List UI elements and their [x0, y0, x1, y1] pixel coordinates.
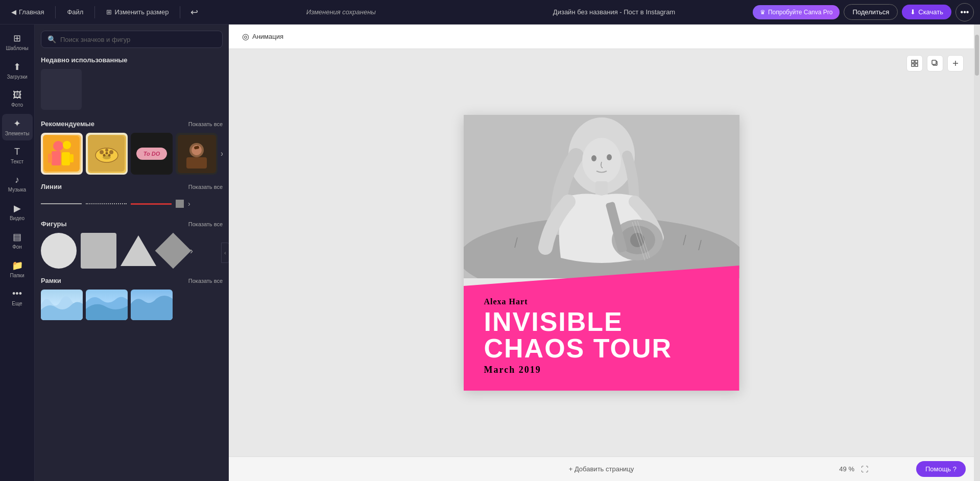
- svg-point-1: [53, 141, 63, 151]
- file-button[interactable]: Файл: [62, 5, 88, 19]
- svg-point-10: [100, 150, 104, 154]
- line-dotted[interactable]: [86, 203, 127, 204]
- more-options-button[interactable]: •••: [955, 3, 974, 21]
- recommended-item-todo[interactable]: To DO: [131, 133, 173, 175]
- svg-point-12: [105, 149, 108, 152]
- recommended-item-4[interactable]: [176, 133, 218, 175]
- svg-point-14: [103, 154, 106, 157]
- shape-square[interactable]: [81, 233, 116, 269]
- search-input[interactable]: [60, 36, 216, 43]
- sidebar-item-elements[interactable]: ✦ Элементы: [2, 114, 33, 140]
- line-colored[interactable]: [131, 203, 172, 205]
- frame-item-2[interactable]: [86, 290, 128, 320]
- svg-point-11: [109, 150, 113, 154]
- svg-point-2: [63, 141, 71, 149]
- shape-triangle[interactable]: [121, 235, 156, 266]
- svg-point-37: [591, 155, 596, 161]
- shape-diamond[interactable]: [155, 233, 192, 269]
- shapes-grid: ›: [41, 233, 223, 269]
- todo-text: To DO: [144, 151, 160, 157]
- pink-section: Alexa Hart INVISIBLE CHAOS TOUR March 20…: [464, 266, 739, 391]
- zoom-expand-button[interactable]: ⛶: [857, 462, 872, 476]
- share-button[interactable]: Поделиться: [844, 4, 898, 20]
- line-solid[interactable]: [41, 203, 82, 204]
- frames-header: Рамки Показать все: [41, 277, 223, 284]
- svg-rect-39: [595, 181, 608, 197]
- shape-circle[interactable]: [41, 233, 77, 269]
- download-button[interactable]: ⬇ Скачать: [902, 5, 951, 19]
- panel-hide-button[interactable]: ‹: [221, 243, 229, 263]
- design-card[interactable]: Alexa Hart INVISIBLE CHAOS TOUR March 20…: [464, 115, 739, 391]
- svg-rect-6: [69, 154, 74, 162]
- shape-triangle-wrapper: [121, 235, 156, 266]
- sidebar-item-folders[interactable]: 📁 Папки: [2, 256, 33, 282]
- sidebar-item-photos[interactable]: 🖼 Фото: [2, 86, 33, 112]
- shapes-show-all[interactable]: Показать все: [188, 221, 223, 227]
- resize-button[interactable]: ⊞ Изменить размер: [101, 5, 174, 19]
- crown-icon: ♛: [760, 9, 766, 16]
- photos-icon: 🖼: [13, 90, 22, 101]
- page-view-button[interactable]: [906, 55, 923, 71]
- home-button[interactable]: ◀ Главная: [6, 5, 49, 19]
- help-button[interactable]: Помощь ?: [916, 461, 966, 477]
- right-scrollbar[interactable]: [974, 25, 980, 481]
- resize-icon: ⊞: [106, 8, 112, 16]
- elements-panel: 🔍 Недавно использованные Рекомендуемые П…: [35, 25, 229, 481]
- svg-rect-24: [912, 64, 914, 66]
- frames-grid: [41, 290, 223, 320]
- frame-item-3[interactable]: [131, 290, 173, 320]
- shapes-header: Фигуры Показать все: [41, 220, 223, 228]
- sidebar-item-uploads[interactable]: ⬆ Загрузки: [2, 57, 33, 84]
- scrollbar-thumb[interactable]: [975, 35, 979, 76]
- sidebar-item-background[interactable]: ▤ Фон: [2, 227, 33, 254]
- lines-section: Линии Показать все ›: [41, 183, 223, 212]
- sidebar-item-templates[interactable]: ⊞ Шаблоны: [2, 29, 33, 55]
- frame-item-1[interactable]: [41, 290, 83, 320]
- undo-button[interactable]: ↩: [186, 5, 202, 20]
- frames-show-all[interactable]: Показать все: [188, 278, 223, 284]
- canvas-scroll-area[interactable]: Alexa Hart INVISIBLE CHAOS TOUR March 20…: [229, 49, 974, 456]
- shapes-section: Фигуры Показать все ›: [41, 220, 223, 269]
- svg-point-16: [106, 152, 108, 155]
- svg-rect-23: [915, 60, 918, 63]
- bottom-bar: + Добавить страницу 49 % ⛶ Помощь ?: [229, 456, 974, 481]
- lines-next-arrow[interactable]: ›: [188, 200, 190, 208]
- elements-icon: ✦: [13, 118, 21, 129]
- recommended-item-1[interactable]: [41, 133, 83, 175]
- line-square-cap[interactable]: [176, 200, 184, 208]
- lines-show-all[interactable]: Показать все: [188, 184, 223, 190]
- text-icon: T: [14, 147, 20, 157]
- add-button[interactable]: [947, 55, 964, 71]
- lines-title: Линии: [41, 183, 62, 190]
- tour-title: INVISIBLE CHAOS TOUR: [484, 308, 724, 362]
- sidebar-item-more[interactable]: ••• Еще: [2, 284, 33, 310]
- zoom-controls: 49 % ⛶: [839, 462, 872, 476]
- sidebar-item-music[interactable]: ♪ Музыка: [2, 171, 33, 197]
- recent-item[interactable]: [41, 69, 82, 110]
- illustration-4: [178, 135, 216, 173]
- frames-title: Рамки: [41, 277, 61, 284]
- canvas-toolbar: ◎ Анимация: [229, 25, 974, 49]
- recommended-show-all[interactable]: Показать все: [188, 121, 223, 127]
- recently-used-section: Недавно использованные: [41, 56, 223, 112]
- frames-section: Рамки Показать все: [41, 277, 223, 320]
- recommended-item-2[interactable]: [86, 133, 128, 175]
- add-page-button[interactable]: + Добавить страницу: [569, 465, 634, 473]
- recommended-next-arrow[interactable]: ›: [221, 149, 223, 158]
- recommended-header: Рекомендуемые Показать все: [41, 120, 223, 128]
- music-icon: ♪: [15, 175, 19, 185]
- sidebar-item-video[interactable]: ▶ Видео: [2, 199, 33, 225]
- uploads-icon: ⬆: [13, 61, 21, 73]
- sidebar-item-text[interactable]: T Текст: [2, 142, 33, 169]
- search-icon: 🔍: [47, 35, 56, 43]
- duplicate-button[interactable]: [927, 55, 943, 71]
- artist-name: Alexa Hart: [484, 297, 724, 306]
- templates-icon: ⊞: [13, 33, 21, 44]
- canva-pro-button[interactable]: ♛ Попробуйте Canva Pro: [753, 5, 840, 19]
- svg-rect-4: [62, 152, 70, 165]
- more-icon: •••: [961, 8, 969, 17]
- illustration-2: [88, 135, 126, 173]
- animation-button[interactable]: ◎ Анимация: [237, 29, 289, 44]
- tour-date: March 2019: [484, 365, 724, 375]
- zoom-level: 49 %: [839, 465, 854, 473]
